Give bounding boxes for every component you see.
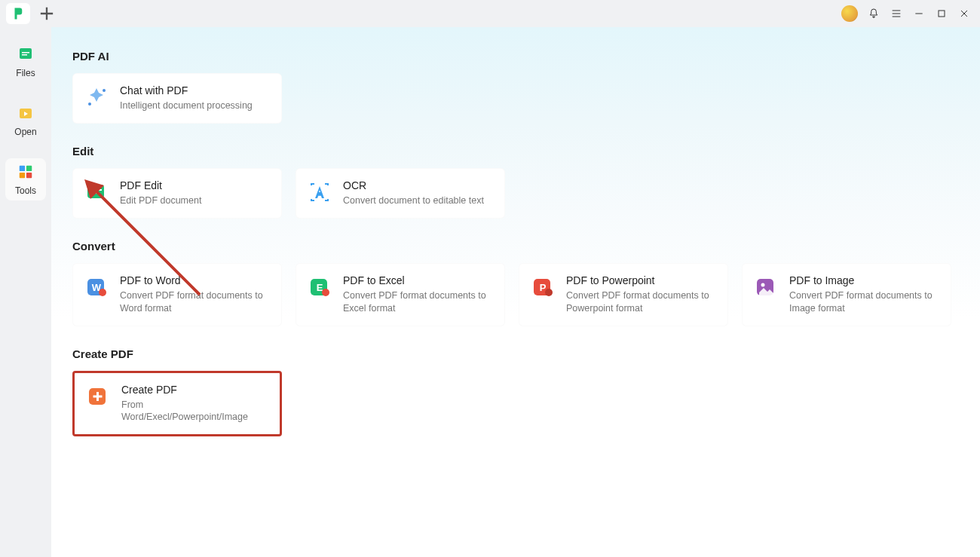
card-title: Create PDF bbox=[121, 384, 269, 396]
sidebar-item-tools[interactable]: Tools bbox=[5, 158, 46, 200]
svg-point-12 bbox=[103, 89, 106, 92]
card-body: OCR Convert document to editable text bbox=[343, 179, 484, 207]
sidebar-item-label: Open bbox=[14, 127, 36, 137]
card-body: PDF to Powerpoint Convert PDF format doc… bbox=[566, 274, 717, 315]
card-body: PDF to Image Convert PDF format document… bbox=[789, 274, 940, 315]
plus-icon bbox=[36, 3, 57, 24]
ocr-icon bbox=[307, 179, 332, 205]
content-area: PDF AI Chat with PDF Intelligent documen… bbox=[51, 27, 980, 557]
close-icon bbox=[958, 8, 970, 20]
svg-point-13 bbox=[88, 103, 91, 106]
titlebar bbox=[0, 0, 980, 27]
card-desc: Edit PDF document bbox=[120, 194, 201, 207]
card-title: PDF to Excel bbox=[343, 274, 494, 286]
svg-point-22 bbox=[322, 289, 329, 296]
card-title: PDF Edit bbox=[120, 179, 201, 191]
svg-rect-15 bbox=[91, 189, 102, 191]
svg-rect-9 bbox=[26, 173, 32, 178]
card-pdf-to-word[interactable]: W PDF to Word Convert PDF format documen… bbox=[72, 263, 282, 326]
section-title-pdf-ai: PDF AI bbox=[72, 50, 959, 63]
card-title: Chat with PDF bbox=[120, 84, 253, 96]
card-create-pdf[interactable]: Create PDF From Word/Execl/Powerpoint/Im… bbox=[72, 371, 282, 437]
bell-icon bbox=[868, 8, 880, 20]
card-pdf-to-excel[interactable]: E PDF to Excel Convert PDF format docume… bbox=[296, 263, 505, 326]
svg-rect-2 bbox=[22, 52, 29, 54]
svg-rect-7 bbox=[26, 166, 32, 171]
tools-icon bbox=[15, 161, 36, 182]
svg-point-19 bbox=[99, 289, 106, 296]
card-desc: Convert PDF format documents to Powerpoi… bbox=[566, 289, 717, 315]
section-title-edit: Edit bbox=[72, 145, 959, 158]
card-chat-with-pdf[interactable]: Chat with PDF Intelligent document proce… bbox=[72, 73, 282, 124]
row-pdf-ai: Chat with PDF Intelligent document proce… bbox=[72, 73, 959, 124]
card-body: Chat with PDF Intelligent document proce… bbox=[120, 84, 253, 112]
maximize-icon bbox=[936, 8, 948, 20]
sidebar-item-label: Files bbox=[16, 68, 35, 78]
titlebar-left bbox=[6, 3, 57, 24]
svg-rect-3 bbox=[22, 54, 27, 56]
card-body: PDF Edit Edit PDF document bbox=[120, 179, 201, 207]
open-icon bbox=[15, 103, 36, 124]
row-edit: PDF Edit Edit PDF document OCR Convert d… bbox=[72, 168, 959, 219]
minimize-button[interactable] bbox=[912, 7, 926, 20]
svg-rect-30 bbox=[93, 395, 103, 397]
sidebar: Files Open Tools bbox=[0, 27, 51, 557]
create-pdf-icon bbox=[85, 384, 111, 409]
card-desc: From Word/Execl/Powerpoint/Image bbox=[121, 399, 269, 424]
close-button[interactable] bbox=[957, 7, 971, 20]
excel-icon: E bbox=[307, 274, 332, 300]
row-create: Create PDF From Word/Execl/Powerpoint/Im… bbox=[72, 371, 959, 437]
files-icon bbox=[15, 44, 36, 65]
main: Files Open Tools PDF AI bbox=[0, 27, 980, 557]
svg-rect-14 bbox=[87, 185, 104, 198]
menu-button[interactable] bbox=[890, 7, 903, 20]
card-title: PDF to Powerpoint bbox=[566, 274, 717, 286]
avatar[interactable] bbox=[841, 5, 858, 22]
titlebar-right bbox=[841, 5, 974, 22]
app-logo[interactable] bbox=[6, 3, 30, 24]
svg-point-27 bbox=[761, 283, 765, 286]
svg-rect-8 bbox=[20, 173, 25, 178]
card-title: PDF to Image bbox=[789, 274, 940, 286]
card-desc: Convert document to editable text bbox=[343, 194, 484, 207]
sparkle-icon bbox=[84, 84, 109, 110]
card-pdf-to-image[interactable]: PDF to Image Convert PDF format document… bbox=[742, 263, 951, 326]
card-desc: Intelligent document processing bbox=[120, 99, 253, 112]
edit-icon bbox=[84, 179, 109, 205]
svg-rect-6 bbox=[20, 166, 25, 171]
svg-rect-1 bbox=[20, 48, 32, 59]
sidebar-item-label: Tools bbox=[15, 185, 36, 196]
card-body: PDF to Excel Convert PDF format document… bbox=[343, 274, 494, 315]
row-convert: W PDF to Word Convert PDF format documen… bbox=[72, 263, 959, 326]
card-desc: Convert PDF format documents to Image fo… bbox=[789, 289, 940, 315]
section-title-create: Create PDF bbox=[72, 347, 959, 360]
hamburger-icon bbox=[890, 8, 902, 20]
svg-rect-16 bbox=[91, 192, 99, 194]
card-title: OCR bbox=[343, 179, 484, 191]
section-title-convert: Convert bbox=[72, 240, 959, 252]
card-body: Create PDF From Word/Execl/Powerpoint/Im… bbox=[121, 384, 269, 424]
card-body: PDF to Word Convert PDF format documents… bbox=[120, 274, 271, 315]
card-desc: Convert PDF format documents to Excel fo… bbox=[343, 289, 494, 315]
sidebar-item-files[interactable]: Files bbox=[5, 41, 46, 83]
sidebar-item-open[interactable]: Open bbox=[5, 99, 46, 142]
powerpoint-icon: P bbox=[530, 274, 556, 300]
word-icon: W bbox=[84, 274, 109, 300]
card-title: PDF to Word bbox=[120, 274, 271, 286]
card-pdf-edit[interactable]: PDF Edit Edit PDF document bbox=[72, 168, 282, 219]
card-pdf-to-powerpoint[interactable]: P PDF to Powerpoint Convert PDF format d… bbox=[519, 263, 728, 326]
card-desc: Convert PDF format documents to Word for… bbox=[120, 289, 271, 315]
app-logo-icon bbox=[11, 7, 25, 20]
card-ocr[interactable]: OCR Convert document to editable text bbox=[296, 168, 505, 219]
svg-rect-0 bbox=[939, 11, 945, 17]
minimize-icon bbox=[913, 8, 925, 20]
svg-point-25 bbox=[545, 289, 553, 296]
maximize-button[interactable] bbox=[935, 7, 948, 20]
image-icon bbox=[753, 274, 779, 300]
new-tab-button[interactable] bbox=[36, 3, 57, 24]
notifications-button[interactable] bbox=[867, 7, 880, 20]
